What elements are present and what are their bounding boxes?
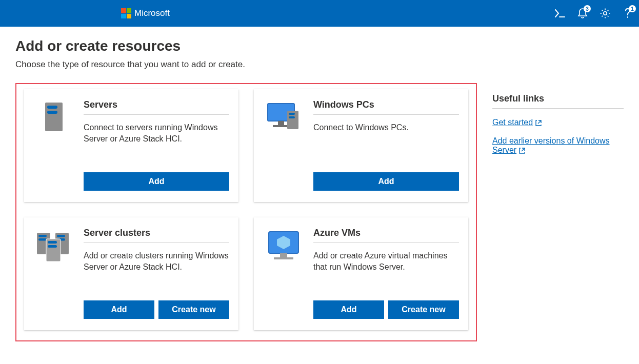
svg-rect-8	[289, 113, 295, 115]
settings-gear-icon[interactable]	[599, 7, 611, 19]
server-clusters-create-button[interactable]: Create new	[158, 300, 229, 319]
card-windows-pcs-title: Windows PCs	[313, 99, 459, 115]
page-title: Add or create resources	[15, 38, 624, 54]
card-server-clusters-title: Server clusters	[84, 228, 229, 243]
link-add-earlier-versions[interactable]: Add earlier versions of Windows Server	[492, 136, 610, 154]
brand-text: Microsoft	[134, 8, 170, 18]
card-windows-pcs: Windows PCs Connect to Windows PCs. Add	[254, 89, 468, 202]
svg-rect-14	[57, 235, 65, 237]
server-clusters-add-button[interactable]: Add	[84, 300, 154, 319]
help-icon[interactable]: 1	[622, 7, 634, 19]
svg-rect-5	[278, 121, 284, 125]
useful-links-heading: Useful links	[492, 93, 624, 109]
svg-point-0	[604, 12, 607, 15]
card-windows-pcs-desc: Connect to Windows PCs.	[313, 122, 459, 162]
resource-cards-grid: Servers Connect to servers running Windo…	[15, 83, 477, 341]
link-get-started-label: Get started	[492, 118, 533, 127]
windows-pcs-icon	[263, 99, 304, 191]
help-badge: 1	[629, 5, 636, 12]
svg-rect-3	[47, 111, 57, 114]
server-clusters-icon	[33, 228, 74, 319]
svg-rect-11	[38, 235, 47, 237]
svg-rect-12	[38, 238, 47, 241]
notifications-badge: 3	[584, 5, 591, 12]
page-content: Add or create resources Choose the type …	[0, 27, 639, 353]
notifications-icon[interactable]: 3	[576, 7, 589, 19]
azure-vms-create-button[interactable]: Create new	[388, 300, 459, 319]
svg-rect-18	[48, 245, 57, 248]
microsoft-logo[interactable]: Microsoft	[121, 8, 170, 18]
svg-rect-6	[273, 125, 289, 127]
external-link-icon	[518, 147, 526, 154]
card-azure-vms: Azure VMs Add or create Azure virtual ma…	[254, 217, 468, 330]
link-get-started[interactable]: Get started	[492, 118, 542, 127]
azure-vms-add-button[interactable]: Add	[313, 300, 384, 319]
svg-rect-21	[274, 257, 293, 259]
servers-add-button[interactable]: Add	[84, 172, 229, 191]
link-add-earlier-label: Add earlier versions of Windows Server	[492, 136, 610, 154]
header-bar: Microsoft 3 1	[0, 0, 639, 27]
cloud-shell-icon[interactable]	[554, 7, 566, 19]
external-link-icon	[535, 119, 542, 127]
azure-vms-icon	[263, 228, 304, 319]
header-actions: 3 1	[554, 7, 634, 19]
svg-rect-2	[47, 106, 57, 109]
card-server-clusters: Server clusters Add or create clusters r…	[24, 217, 238, 330]
useful-links-panel: Useful links Get started Add earlier ver…	[492, 83, 624, 164]
servers-icon	[33, 99, 74, 191]
card-azure-vms-desc: Add or create Azure virtual machines tha…	[313, 250, 459, 290]
card-servers-title: Servers	[84, 99, 229, 115]
card-servers-desc: Connect to servers running Windows Serve…	[84, 122, 229, 162]
card-azure-vms-title: Azure VMs	[313, 228, 459, 243]
page-subtitle: Choose the type of resource that you wan…	[15, 59, 624, 70]
microsoft-logo-icon	[121, 8, 131, 18]
windows-pcs-add-button[interactable]: Add	[313, 172, 459, 191]
card-server-clusters-desc: Add or create clusters running Windows S…	[84, 250, 229, 290]
svg-rect-20	[280, 253, 287, 257]
card-servers: Servers Connect to servers running Windo…	[24, 89, 238, 202]
svg-rect-9	[289, 116, 295, 118]
svg-rect-17	[48, 241, 57, 244]
